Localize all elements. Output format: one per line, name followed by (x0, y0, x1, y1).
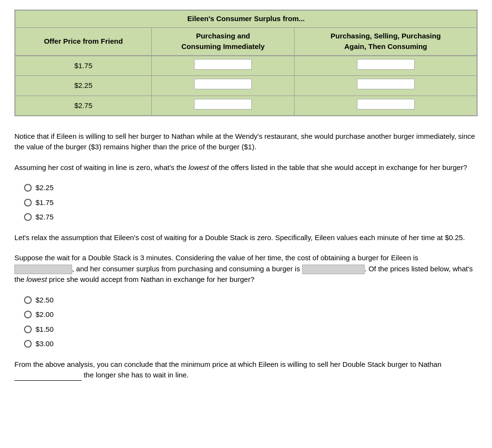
paragraph-notice: Notice that if Eileen is willing to sell… (14, 131, 478, 153)
radio-label: $2.25 (36, 182, 54, 194)
radio-item[interactable]: $2.75 (24, 212, 478, 223)
col3-header: Purchasing, Selling, Purchasing Again, T… (295, 27, 477, 56)
table-input-purchasing[interactable] (194, 99, 252, 109)
table-input-purchasing[interactable] (194, 79, 252, 89)
radio-circle-icon (24, 213, 32, 221)
table-input-purchasing[interactable] (194, 59, 252, 70)
paragraph-3min: Suppose the wait for a Double Stack is 3… (14, 253, 478, 285)
table-price-cell: $2.25 (15, 76, 152, 96)
surplus-blank-input[interactable] (302, 265, 365, 274)
table-input-cell-col2[interactable] (151, 76, 294, 96)
table-price-cell: $1.75 (15, 56, 152, 76)
table-input-selling[interactable] (357, 99, 415, 109)
table-input-cell-col2[interactable] (151, 96, 294, 116)
radio-label: $3.00 (36, 339, 54, 350)
radio-label: $1.50 (36, 324, 54, 335)
table-input-cell-col2[interactable] (151, 56, 294, 76)
radio-item[interactable]: $2.00 (24, 309, 478, 320)
radio-label: $2.50 (36, 295, 54, 306)
cost-blank-input[interactable] (14, 265, 72, 274)
radio-item[interactable]: $1.75 (24, 197, 478, 208)
paragraph-lowest-question: Assuming her cost of waiting in line is … (14, 162, 478, 173)
radio-label: $2.00 (36, 309, 54, 320)
radio-item[interactable]: $2.50 (24, 295, 478, 306)
table-price-cell: $2.75 (15, 96, 152, 116)
radio-circle-icon (24, 296, 32, 304)
consumer-surplus-table: Eileen's Consumer Surplus from... Offer … (14, 10, 478, 116)
table-input-cell-col3[interactable] (295, 76, 477, 96)
table-input-selling[interactable] (357, 79, 415, 89)
radio-group-lowest-offer: $2.25$1.75$2.75 (24, 182, 478, 223)
table-main-header: Eileen's Consumer Surplus from... (15, 11, 477, 28)
radio-label: $1.75 (36, 197, 54, 208)
radio-group-lowest-price: $2.50$2.00$1.50$3.00 (24, 295, 478, 350)
col1-header: Offer Price from Friend (15, 27, 152, 56)
paragraph-conclude: From the above analysis, you can conclud… (14, 359, 478, 381)
conclude-blank[interactable] (14, 372, 82, 381)
radio-item[interactable]: $2.25 (24, 182, 478, 194)
radio-label: $2.75 (36, 212, 54, 223)
radio-item[interactable]: $1.50 (24, 324, 478, 335)
col2-header: Purchasing and Consuming Immediately (151, 27, 294, 56)
radio-item[interactable]: $3.00 (24, 339, 478, 350)
radio-circle-icon (24, 340, 32, 348)
radio-circle-icon (24, 184, 32, 192)
radio-circle-icon (24, 311, 32, 318)
paragraph-relax: Let's relax the assumption that Eileen's… (14, 232, 478, 243)
table-input-selling[interactable] (357, 59, 415, 70)
radio-circle-icon (24, 199, 32, 206)
radio-circle-icon (24, 326, 32, 333)
table-input-cell-col3[interactable] (295, 56, 477, 76)
table-input-cell-col3[interactable] (295, 96, 477, 116)
